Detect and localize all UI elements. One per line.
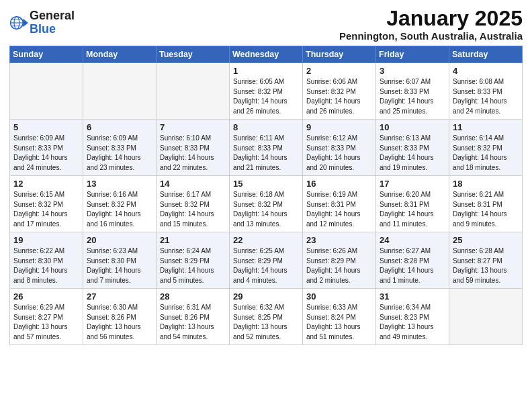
logo-icon [9, 13, 28, 32]
day-info: Sunrise: 6:28 AM Sunset: 8:27 PM Dayligh… [453, 246, 519, 285]
day-number: 8 [233, 122, 299, 132]
day-number: 15 [233, 179, 299, 189]
day-info: Sunrise: 6:31 AM Sunset: 8:26 PM Dayligh… [160, 303, 226, 342]
month-title: January 2025 [339, 7, 523, 30]
day-number: 27 [87, 291, 152, 302]
day-number: 14 [160, 179, 226, 189]
calendar-cell: 23Sunrise: 6:26 AM Sunset: 8:29 PM Dayli… [303, 232, 376, 289]
day-number: 3 [380, 66, 445, 76]
weekday-header-row: SundayMondayTuesdayWednesdayThursdayFrid… [10, 46, 523, 63]
day-number: 17 [380, 179, 445, 189]
calendar-cell: 2Sunrise: 6:06 AM Sunset: 8:32 PM Daylig… [303, 63, 376, 120]
day-number: 30 [306, 291, 372, 302]
weekday-header-sunday: Sunday [10, 46, 83, 63]
day-number: 29 [233, 291, 299, 302]
day-number: 9 [306, 122, 372, 132]
day-number: 26 [13, 291, 79, 302]
day-info: Sunrise: 6:13 AM Sunset: 8:33 PM Dayligh… [380, 134, 445, 173]
weekday-header-wednesday: Wednesday [230, 46, 303, 63]
calendar-cell: 24Sunrise: 6:27 AM Sunset: 8:28 PM Dayli… [376, 232, 449, 289]
day-info: Sunrise: 6:09 AM Sunset: 8:33 PM Dayligh… [87, 134, 152, 173]
calendar-cell: 6Sunrise: 6:09 AM Sunset: 8:33 PM Daylig… [83, 120, 157, 176]
calendar-cell: 30Sunrise: 6:33 AM Sunset: 8:24 PM Dayli… [303, 289, 376, 345]
day-info: Sunrise: 6:25 AM Sunset: 8:29 PM Dayligh… [233, 246, 299, 285]
day-number: 16 [306, 179, 372, 189]
calendar-cell: 19Sunrise: 6:22 AM Sunset: 8:30 PM Dayli… [10, 232, 83, 289]
day-info: Sunrise: 6:06 AM Sunset: 8:32 PM Dayligh… [306, 77, 372, 116]
calendar-cell: 16Sunrise: 6:19 AM Sunset: 8:31 PM Dayli… [303, 176, 376, 232]
calendar-cell: 13Sunrise: 6:16 AM Sunset: 8:32 PM Dayli… [83, 176, 157, 232]
day-number: 18 [453, 179, 519, 189]
week-row-3: 12Sunrise: 6:15 AM Sunset: 8:32 PM Dayli… [10, 176, 523, 232]
logo-area: General Blue [9, 7, 75, 36]
day-number: 23 [306, 235, 372, 245]
weekday-header-monday: Monday [83, 46, 157, 63]
header: General Blue January 2025 Pennington, So… [9, 7, 523, 42]
week-row-4: 19Sunrise: 6:22 AM Sunset: 8:30 PM Dayli… [10, 232, 523, 289]
day-number: 2 [306, 66, 372, 76]
day-info: Sunrise: 6:29 AM Sunset: 8:27 PM Dayligh… [13, 303, 79, 342]
calendar-cell: 1Sunrise: 6:05 AM Sunset: 8:32 PM Daylig… [230, 63, 303, 120]
day-number: 13 [87, 179, 152, 189]
day-info: Sunrise: 6:26 AM Sunset: 8:29 PM Dayligh… [306, 246, 372, 285]
day-number: 21 [160, 235, 226, 245]
day-number: 25 [453, 235, 519, 245]
day-info: Sunrise: 6:10 AM Sunset: 8:33 PM Dayligh… [160, 134, 226, 173]
day-info: Sunrise: 6:24 AM Sunset: 8:29 PM Dayligh… [160, 246, 226, 285]
calendar-cell: 25Sunrise: 6:28 AM Sunset: 8:27 PM Dayli… [449, 232, 523, 289]
day-info: Sunrise: 6:27 AM Sunset: 8:28 PM Dayligh… [380, 246, 445, 285]
day-info: Sunrise: 6:30 AM Sunset: 8:26 PM Dayligh… [87, 303, 152, 342]
calendar-cell: 3Sunrise: 6:07 AM Sunset: 8:33 PM Daylig… [376, 63, 449, 120]
day-info: Sunrise: 6:12 AM Sunset: 8:33 PM Dayligh… [306, 134, 372, 173]
weekday-header-saturday: Saturday [449, 46, 523, 63]
day-number: 4 [453, 66, 519, 76]
calendar-cell [10, 63, 83, 120]
day-number: 12 [13, 179, 79, 189]
weekday-header-thursday: Thursday [303, 46, 376, 63]
calendar-cell: 18Sunrise: 6:21 AM Sunset: 8:31 PM Dayli… [449, 176, 523, 232]
day-number: 28 [160, 291, 226, 302]
calendar-cell: 31Sunrise: 6:34 AM Sunset: 8:23 PM Dayli… [376, 289, 449, 345]
title-area: January 2025 Pennington, South Australia… [339, 7, 523, 42]
logo-blue: Blue [30, 23, 75, 36]
day-info: Sunrise: 6:23 AM Sunset: 8:30 PM Dayligh… [87, 246, 152, 285]
location-title: Pennington, South Australia, Australia [339, 30, 523, 42]
day-info: Sunrise: 6:33 AM Sunset: 8:24 PM Dayligh… [306, 303, 372, 342]
weekday-header-friday: Friday [376, 46, 449, 63]
day-info: Sunrise: 6:15 AM Sunset: 8:32 PM Dayligh… [13, 190, 79, 229]
day-info: Sunrise: 6:34 AM Sunset: 8:23 PM Dayligh… [380, 303, 445, 342]
day-info: Sunrise: 6:19 AM Sunset: 8:31 PM Dayligh… [306, 190, 372, 229]
day-info: Sunrise: 6:18 AM Sunset: 8:32 PM Dayligh… [233, 190, 299, 229]
calendar: SundayMondayTuesdayWednesdayThursdayFrid… [9, 46, 523, 345]
calendar-cell: 15Sunrise: 6:18 AM Sunset: 8:32 PM Dayli… [230, 176, 303, 232]
calendar-cell: 28Sunrise: 6:31 AM Sunset: 8:26 PM Dayli… [157, 289, 230, 345]
day-number: 22 [233, 235, 299, 245]
day-number: 6 [87, 122, 152, 132]
day-number: 10 [380, 122, 445, 132]
day-number: 7 [160, 122, 226, 132]
day-number: 11 [453, 122, 519, 132]
calendar-cell: 21Sunrise: 6:24 AM Sunset: 8:29 PM Dayli… [157, 232, 230, 289]
day-info: Sunrise: 6:09 AM Sunset: 8:33 PM Dayligh… [13, 134, 79, 173]
calendar-cell: 10Sunrise: 6:13 AM Sunset: 8:33 PM Dayli… [376, 120, 449, 176]
day-info: Sunrise: 6:14 AM Sunset: 8:32 PM Dayligh… [453, 134, 519, 173]
day-number: 20 [87, 235, 152, 245]
calendar-cell [449, 289, 523, 345]
calendar-cell: 11Sunrise: 6:14 AM Sunset: 8:32 PM Dayli… [449, 120, 523, 176]
day-info: Sunrise: 6:20 AM Sunset: 8:31 PM Dayligh… [380, 190, 445, 229]
day-number: 5 [13, 122, 79, 132]
calendar-cell: 5Sunrise: 6:09 AM Sunset: 8:33 PM Daylig… [10, 120, 83, 176]
day-info: Sunrise: 6:05 AM Sunset: 8:32 PM Dayligh… [233, 77, 299, 116]
day-info: Sunrise: 6:07 AM Sunset: 8:33 PM Dayligh… [380, 77, 445, 116]
day-info: Sunrise: 6:16 AM Sunset: 8:32 PM Dayligh… [87, 190, 152, 229]
calendar-cell: 12Sunrise: 6:15 AM Sunset: 8:32 PM Dayli… [10, 176, 83, 232]
calendar-cell: 26Sunrise: 6:29 AM Sunset: 8:27 PM Dayli… [10, 289, 83, 345]
day-info: Sunrise: 6:11 AM Sunset: 8:33 PM Dayligh… [233, 134, 299, 173]
logo-general: General [30, 9, 75, 23]
calendar-cell: 22Sunrise: 6:25 AM Sunset: 8:29 PM Dayli… [230, 232, 303, 289]
week-row-5: 26Sunrise: 6:29 AM Sunset: 8:27 PM Dayli… [10, 289, 523, 345]
day-number: 24 [380, 235, 445, 245]
calendar-cell: 27Sunrise: 6:30 AM Sunset: 8:26 PM Dayli… [83, 289, 157, 345]
day-info: Sunrise: 6:32 AM Sunset: 8:25 PM Dayligh… [233, 303, 299, 342]
calendar-cell: 20Sunrise: 6:23 AM Sunset: 8:30 PM Dayli… [83, 232, 157, 289]
